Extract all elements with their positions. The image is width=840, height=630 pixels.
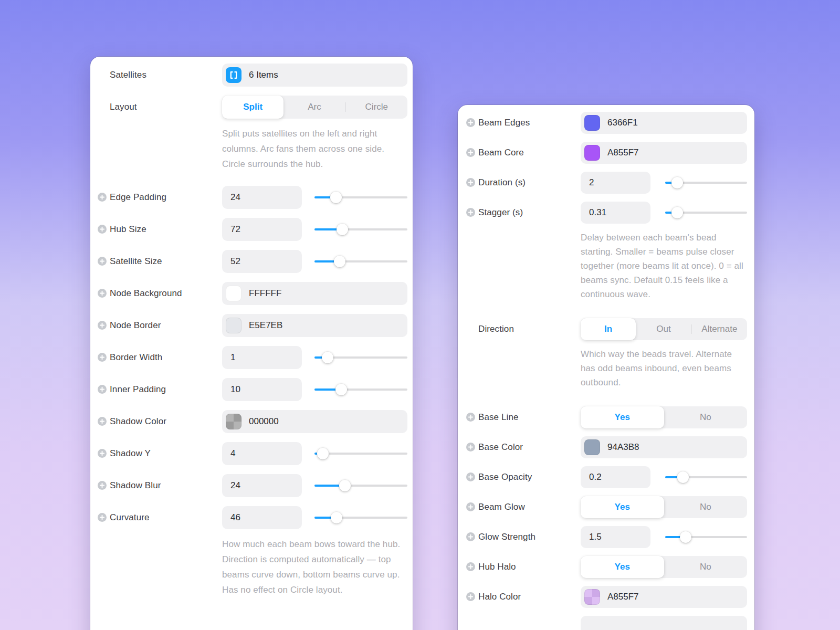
stagger-s-slider-thumb[interactable] [671, 207, 683, 218]
plus-circle-icon[interactable] [98, 321, 107, 330]
base-color-field[interactable]: 94A3B8 [581, 436, 747, 458]
glow-strength-slider[interactable] [665, 526, 747, 548]
base-line-option-yes[interactable]: Yes [581, 406, 664, 428]
hub-size-slider-thumb[interactable] [337, 224, 348, 235]
layout-option-split[interactable]: Split [222, 96, 284, 119]
duration-s-slider-thumb[interactable] [671, 177, 683, 188]
shadow-blur-input[interactable]: 24 [222, 474, 302, 497]
plus-circle-icon[interactable] [98, 193, 107, 202]
border-width-input[interactable]: 1 [222, 346, 302, 369]
satellite-size-slider-track[interactable] [314, 255, 407, 268]
curvature-slider-track[interactable] [314, 511, 407, 524]
glow-strength-slider-track[interactable] [665, 531, 747, 543]
satellite-size-input[interactable]: 52 [222, 250, 302, 273]
halo-color-field[interactable]: A855F7 [581, 586, 747, 608]
satellites-field[interactable]: 6 Items [222, 64, 407, 87]
base-opacity-input[interactable]: 0.2 [581, 466, 650, 488]
satellite-size-slider[interactable] [314, 250, 407, 273]
edge-padding-slider-thumb[interactable] [330, 192, 342, 203]
base-color-swatch[interactable] [584, 439, 600, 455]
base-line-option-no[interactable]: No [664, 406, 748, 428]
edge-padding-slider[interactable] [314, 186, 407, 209]
edge-padding-input[interactable]: 24 [222, 186, 302, 209]
duration-s-slider[interactable] [665, 172, 747, 194]
shadow-y-input[interactable]: 4 [222, 442, 302, 465]
satellite-size-slider-thumb[interactable] [334, 256, 345, 267]
plus-circle-icon[interactable] [98, 257, 107, 266]
plus-circle-icon[interactable] [466, 592, 475, 601]
duration-s-input[interactable]: 2 [581, 172, 650, 194]
curvature-input[interactable]: 46 [222, 506, 302, 529]
plus-circle-icon[interactable] [466, 443, 475, 452]
partial-field[interactable] [581, 616, 747, 630]
inner-padding-input[interactable]: 10 [222, 378, 302, 401]
shadow-color-field[interactable]: 000000 [222, 410, 407, 433]
hub-halo-option-yes[interactable]: Yes [581, 556, 664, 578]
hub-size-input[interactable]: 72 [222, 218, 302, 241]
direction-option-in[interactable]: In [581, 318, 636, 340]
shadow-y-slider-track[interactable] [314, 447, 407, 460]
node-background-field[interactable]: FFFFFF [222, 282, 407, 305]
inner-padding-slider-thumb[interactable] [335, 384, 347, 395]
border-width-slider-thumb[interactable] [322, 352, 333, 363]
glow-strength-input[interactable]: 1.5 [581, 526, 650, 548]
inner-padding-slider[interactable] [314, 378, 407, 401]
duration-s-slider-track[interactable] [665, 176, 747, 189]
inner-padding-slider-track[interactable] [314, 383, 407, 396]
shadow-y-slider[interactable] [314, 442, 407, 465]
plus-circle-icon[interactable] [98, 353, 107, 362]
plus-circle-icon[interactable] [98, 385, 107, 394]
curvature-slider-thumb[interactable] [331, 512, 342, 523]
border-width-slider[interactable] [314, 346, 407, 369]
border-width-slider-track[interactable] [314, 351, 407, 364]
plus-circle-icon[interactable] [466, 502, 475, 511]
beam-glow-option-no[interactable]: No [664, 496, 748, 518]
beam-edges-field[interactable]: 6366F1 [581, 112, 747, 134]
edge-padding-slider-track[interactable] [314, 191, 407, 204]
plus-circle-icon[interactable] [98, 417, 107, 426]
plus-circle-icon[interactable] [466, 148, 475, 157]
plus-circle-icon[interactable] [466, 208, 475, 217]
glow-strength-slider-thumb[interactable] [680, 531, 691, 543]
stagger-s-slider[interactable] [665, 202, 747, 224]
base-opacity-slider-track[interactable] [665, 471, 747, 484]
plus-circle-icon[interactable] [466, 118, 475, 127]
plus-circle-icon[interactable] [98, 225, 107, 234]
direction-option-out[interactable]: Out [636, 318, 691, 340]
layout-option-arc[interactable]: Arc [284, 96, 345, 119]
plus-circle-icon[interactable] [98, 289, 107, 298]
plus-circle-icon[interactable] [98, 481, 107, 490]
control-help: Which way the beads travel. Alternate ha… [581, 344, 747, 402]
plus-circle-icon[interactable] [466, 532, 475, 541]
beam-core-swatch[interactable] [584, 145, 600, 161]
halo-color-swatch[interactable] [584, 589, 600, 605]
control-stagger-s: 0.31 [581, 202, 747, 224]
hub-halo-option-no[interactable]: No [664, 556, 748, 578]
plus-circle-icon[interactable] [98, 513, 107, 522]
base-opacity-slider-thumb[interactable] [677, 471, 689, 483]
plus-circle-icon[interactable] [98, 449, 107, 458]
shadow-y-slider-thumb[interactable] [317, 448, 329, 459]
beam-core-field[interactable]: A855F7 [581, 142, 747, 164]
base-opacity-slider[interactable] [665, 466, 747, 488]
plus-circle-icon[interactable] [466, 413, 475, 422]
plus-circle-icon[interactable] [466, 472, 475, 481]
shadow-blur-slider[interactable] [314, 474, 407, 497]
shadow-blur-slider-track[interactable] [314, 479, 407, 492]
plus-circle-icon[interactable] [466, 562, 475, 571]
plus-circle-icon[interactable] [466, 178, 475, 187]
node-border-field[interactable]: E5E7EB [222, 314, 407, 337]
node-border-swatch[interactable] [226, 318, 242, 333]
hub-size-slider[interactable] [314, 218, 407, 241]
stagger-s-input[interactable]: 0.31 [581, 202, 650, 224]
beam-glow-option-yes[interactable]: Yes [581, 496, 664, 518]
shadow-blur-slider-thumb[interactable] [339, 480, 351, 491]
node-background-swatch[interactable] [226, 286, 242, 301]
direction-option-alternate[interactable]: Alternate [692, 318, 747, 340]
beam-edges-swatch[interactable] [584, 115, 600, 131]
layout-option-circle[interactable]: Circle [346, 96, 407, 119]
curvature-slider[interactable] [314, 506, 407, 529]
shadow-color-swatch[interactable] [226, 414, 242, 429]
hub-size-slider-track[interactable] [314, 223, 407, 236]
stagger-s-slider-track[interactable] [665, 206, 747, 219]
